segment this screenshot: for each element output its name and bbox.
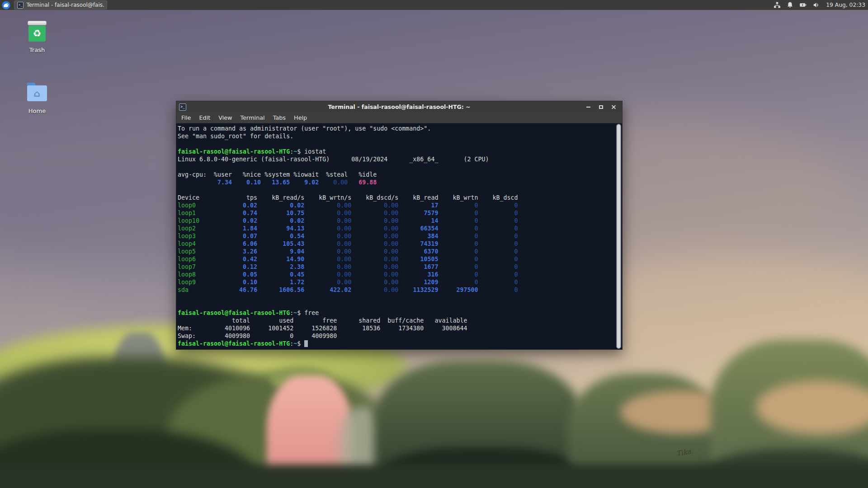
desktop-icon-trash[interactable]: ♻ Trash: [15, 21, 59, 53]
terminal-text-segment: 0: [438, 248, 478, 255]
terminal-line: Swap: 4009980 0 4009980: [178, 332, 615, 340]
terminal-text-segment: 0.00: [304, 248, 351, 255]
terminal-text-segment: 384: [398, 233, 438, 239]
terminal-window: Terminal - faisal-rasool@faisal-rasool-H…: [176, 101, 623, 350]
terminal-text-segment: 0.00: [351, 256, 398, 263]
terminal-text-segment: 17: [398, 202, 438, 209]
terminal-line: loop6 0.42 14.90 0.00 0.00 10505 0 0: [178, 255, 615, 263]
wallpaper-spire-cap: [269, 367, 333, 391]
terminal-text-segment: 0: [478, 279, 518, 286]
terminal-text-segment: 0.00: [304, 279, 351, 286]
terminal-text-segment: 1.72: [257, 279, 304, 286]
terminal-text-segment: 0.00: [304, 217, 351, 224]
terminal-text-segment: 0: [438, 256, 478, 263]
xubuntu-logo-icon: [2, 1, 10, 9]
trash-icon: ♻: [28, 21, 47, 42]
terminal-text-segment: 6370: [398, 248, 438, 255]
terminal-text-segment: 0.00: [351, 263, 398, 270]
terminal-line: sda 46.76 1606.56 422.02 0.00 1132529 29…: [178, 286, 615, 294]
terminal-text-segment: 0.42: [196, 256, 257, 263]
wallpaper-ground: [0, 465, 868, 488]
menu-terminal[interactable]: Terminal: [236, 113, 269, 123]
terminal-text-segment: ~: [293, 340, 297, 347]
menu-file[interactable]: File: [177, 113, 195, 123]
terminal-text-segment: See "man sudo_root" for details.: [178, 133, 293, 140]
terminal-text-segment: 0: [438, 210, 478, 216]
desktop-icon-home[interactable]: ⌂ Home: [15, 81, 59, 114]
menu-help[interactable]: Help: [290, 113, 311, 123]
terminal-line: loop7 0.12 2.38 0.00 0.00 1677 0 0: [178, 263, 615, 271]
terminal-text-segment: 105.43: [257, 240, 304, 247]
terminal-text-segment: 316: [398, 271, 438, 278]
taskbar-button-label: Terminal - faisal-rasool@fais...: [26, 2, 104, 8]
terminal-text-segment: 2.38: [257, 263, 304, 270]
terminal-text-segment: 1.84: [196, 225, 257, 232]
menu-view[interactable]: View: [214, 113, 236, 123]
terminal-text-segment: 0.00: [304, 271, 351, 278]
terminal-scrollbar[interactable]: [616, 124, 621, 349]
terminal-line: faisal-rasool@faisal-rasool-HTG:~$ free: [178, 309, 615, 317]
wallpaper-cliff: [374, 361, 582, 488]
terminal-line: [178, 301, 615, 309]
terminal-line: total used free shared buff/cache availa…: [178, 317, 615, 324]
terminal-text-segment: loop1: [178, 210, 196, 216]
maximize-button[interactable]: [597, 103, 605, 111]
terminal-line: faisal-rasool@faisal-rasool-HTG:~$ iosta…: [178, 148, 615, 155]
terminal-text-segment: 0: [478, 263, 518, 270]
terminal-text-segment: 0.02: [199, 217, 257, 224]
terminal-line: loop4 6.06 105.43 0.00 0.00 74319 0 0: [178, 240, 615, 248]
battery-charging-icon[interactable]: [799, 1, 807, 9]
volume-icon[interactable]: [813, 1, 820, 9]
terminal-lines: To run a command as administrator (user …: [178, 125, 615, 347]
minimize-button[interactable]: [584, 103, 592, 111]
terminal-text-segment: loop5: [178, 248, 196, 255]
network-icon[interactable]: [774, 1, 781, 9]
terminal-text-segment: 0.00: [304, 256, 351, 263]
terminal-line: To run a command as administrator (user …: [178, 125, 615, 132]
terminal-line: avg-cpu: %user %nice %system %iowait %st…: [178, 171, 615, 178]
close-button[interactable]: [609, 103, 618, 111]
terminal-text-segment: 94.13: [257, 225, 304, 232]
terminal-icon: [179, 103, 186, 111]
notifications-bell-icon[interactable]: [787, 1, 793, 9]
terminal-text-segment: $: [297, 340, 304, 347]
terminal-cursor: [304, 340, 308, 347]
terminal-text-segment: faisal-rasool@faisal-rasool-HTG: [178, 148, 290, 155]
wallpaper-cliff: [701, 449, 868, 488]
wallpaper-ridge: [567, 373, 721, 488]
terminal-line: loop0 0.02 0.02 0.00 0.00 17 0 0: [178, 202, 615, 209]
system-tray: 19 Aug, 02:33: [774, 1, 868, 9]
terminal-text-segment: 0: [478, 240, 518, 247]
terminal-text-segment: loop4: [178, 240, 196, 247]
terminal-line: loop10 0.02 0.02 0.00 0.00 14 0 0: [178, 217, 615, 225]
terminal-text-segment: 0.02: [196, 202, 257, 209]
scrollbar-thumb[interactable]: [617, 125, 620, 348]
window-controls: [584, 103, 622, 111]
panel-clock[interactable]: 19 Aug, 02:33: [826, 2, 865, 8]
terminal-line: [178, 140, 615, 148]
terminal-text-segment: 1606.56: [257, 286, 304, 293]
terminal-line: loop2 1.84 94.13 0.00 0.00 66354 0 0: [178, 225, 615, 232]
taskbar-button-terminal[interactable]: Terminal - faisal-rasool@fais...: [14, 0, 107, 9]
wallpaper-signature: Tika.: [676, 447, 694, 458]
top-panel: Terminal - faisal-rasool@fais...: [0, 0, 868, 10]
terminal-screen[interactable]: To run a command as administrator (user …: [176, 123, 622, 349]
terminal-text-segment: ~: [293, 310, 297, 316]
window-titlebar[interactable]: Terminal - faisal-rasool@faisal-rasool-H…: [176, 101, 622, 113]
terminal-line: Mem: 4010096 1001452 1526828 18536 17343…: [178, 324, 615, 332]
terminal-text-segment: 1132529: [398, 286, 438, 293]
terminal-text-segment: 0: [478, 286, 518, 293]
terminal-text-segment: loop0: [178, 202, 196, 209]
terminal-text-segment: 422.02: [304, 286, 351, 293]
terminal-line: [178, 294, 615, 301]
terminal-text-segment: 0: [438, 233, 478, 239]
menu-edit[interactable]: Edit: [195, 113, 214, 123]
terminal-line: Linux 6.8.0-40-generic (faisal-rasool-HT…: [178, 155, 615, 163]
applications-menu-button[interactable]: [1, 0, 11, 10]
terminal-text-segment: 0: [478, 233, 518, 239]
terminal-line: loop8 0.05 0.45 0.00 0.00 316 0 0: [178, 271, 615, 278]
house-icon: ⌂: [34, 89, 40, 98]
terminal-text-segment: faisal-rasool@faisal-rasool-HTG: [178, 340, 290, 347]
terminal-text-segment: sda: [178, 286, 189, 293]
menu-tabs[interactable]: Tabs: [269, 113, 290, 123]
